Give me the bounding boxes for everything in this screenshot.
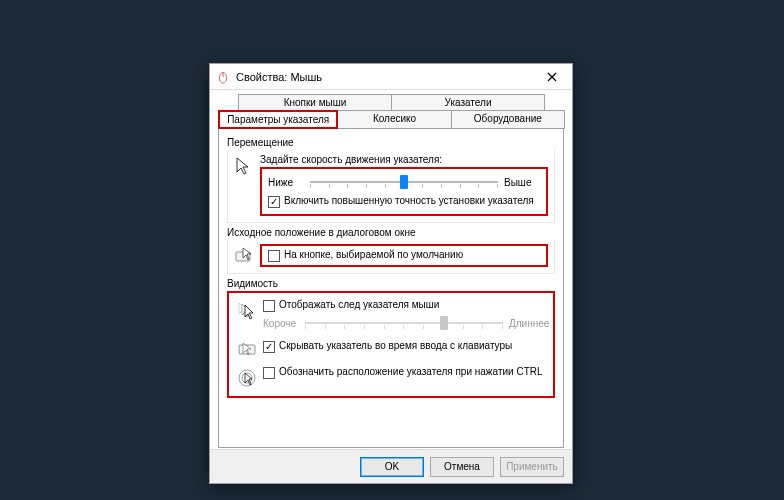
speed-caption: Задайте скорость движения указателя:	[260, 154, 548, 165]
tab-pointer-options[interactable]: Параметры указателя	[218, 110, 338, 129]
trails-short-label: Короче	[263, 318, 299, 329]
pointer-trails-slider	[305, 314, 503, 332]
speed-slow-label: Ниже	[268, 177, 304, 188]
enhance-precision-label: Включить повышенную точность установки у…	[284, 195, 534, 207]
pointer-trails-checkbox[interactable]	[263, 300, 275, 312]
cancel-button[interactable]: Отмена	[430, 457, 494, 477]
tabs: Кнопки мыши Указатели Параметры указател…	[218, 94, 564, 129]
group-visibility: Видимость Отображать след указателя мыши	[227, 278, 555, 398]
pointer-speed-slider[interactable]	[310, 173, 498, 191]
enhance-precision-checkbox[interactable]	[268, 196, 280, 208]
pointer-trails-icon	[237, 301, 257, 321]
ok-button[interactable]: OK	[360, 457, 424, 477]
hide-while-typing-checkbox[interactable]	[263, 341, 275, 353]
ctrl-locate-checkbox[interactable]	[263, 367, 275, 379]
hide-while-typing-label: Скрывать указатель во время ввода с клав…	[279, 340, 512, 352]
tab-panel-pointer-options: Перемещение Задайте скорость движения ук…	[218, 128, 564, 448]
mouse-properties-dialog: Свойства: Мышь Кнопки мыши Указатели Пар…	[209, 63, 573, 484]
group-snap-label: Исходное положение в диалоговом окне	[227, 227, 555, 238]
apply-button[interactable]: Применить	[500, 457, 564, 477]
ctrl-locate-icon	[237, 368, 257, 388]
mouse-icon	[216, 70, 230, 84]
titlebar[interactable]: Свойства: Мышь	[210, 64, 572, 90]
trails-long-label: Длиннее	[509, 318, 545, 329]
snap-to-label: На кнопке, выбираемой по умолчанию	[284, 249, 463, 261]
dialog-footer: OK Отмена Применить	[210, 449, 572, 483]
group-visibility-label: Видимость	[227, 278, 555, 289]
tab-wheel[interactable]: Колесико	[337, 110, 451, 129]
snap-to-icon	[234, 246, 254, 266]
tab-pointers[interactable]: Указатели	[391, 94, 545, 110]
ctrl-locate-label: Обозначить расположение указателя при на…	[279, 366, 543, 378]
hide-while-typing-icon	[237, 340, 257, 360]
group-motion-label: Перемещение	[227, 137, 555, 148]
speed-fast-label: Выше	[504, 177, 540, 188]
highlight-speed-block: Ниже Выше	[260, 167, 548, 216]
dialog-title: Свойства: Мышь	[236, 71, 532, 83]
pointer-trails-label: Отображать след указателя мыши	[279, 299, 439, 311]
close-button[interactable]	[532, 64, 572, 90]
pointer-speed-icon	[234, 156, 254, 176]
group-snap: Исходное положение в диалоговом окне На …	[227, 227, 555, 274]
dialog-body: Кнопки мыши Указатели Параметры указател…	[210, 90, 572, 449]
snap-to-checkbox[interactable]	[268, 250, 280, 262]
tab-buttons[interactable]: Кнопки мыши	[238, 94, 392, 110]
group-motion: Перемещение Задайте скорость движения ук…	[227, 137, 555, 223]
tab-hardware[interactable]: Оборудование	[451, 110, 565, 129]
